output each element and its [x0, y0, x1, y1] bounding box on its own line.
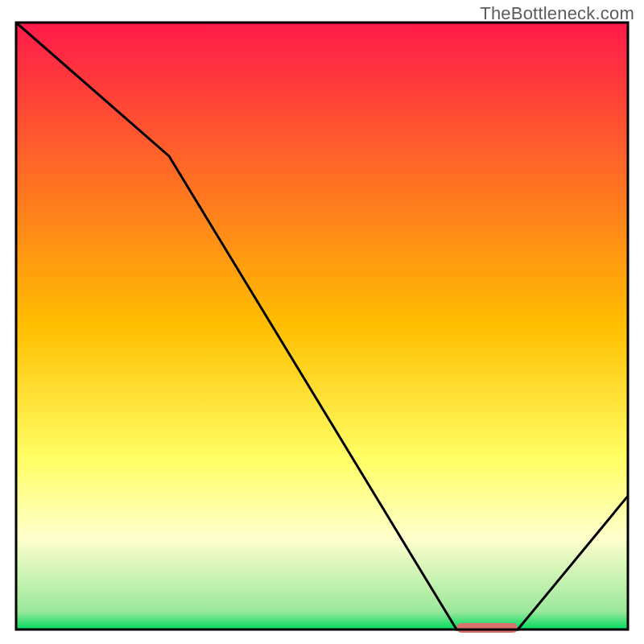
chart-svg — [0, 0, 644, 644]
background-gradient-rect — [16, 23, 628, 630]
watermark-text: TheBottleneck.com — [480, 3, 634, 24]
baseline-marker — [456, 623, 518, 633]
chart-container: TheBottleneck.com — [0, 0, 644, 644]
plot-area — [16, 23, 628, 633]
